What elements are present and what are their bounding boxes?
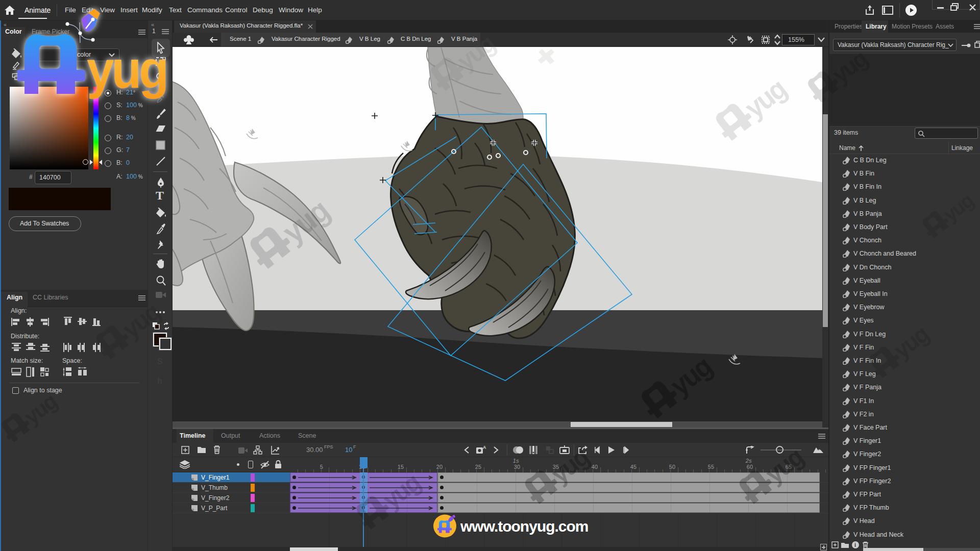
svg-text:A: A xyxy=(483,445,486,450)
